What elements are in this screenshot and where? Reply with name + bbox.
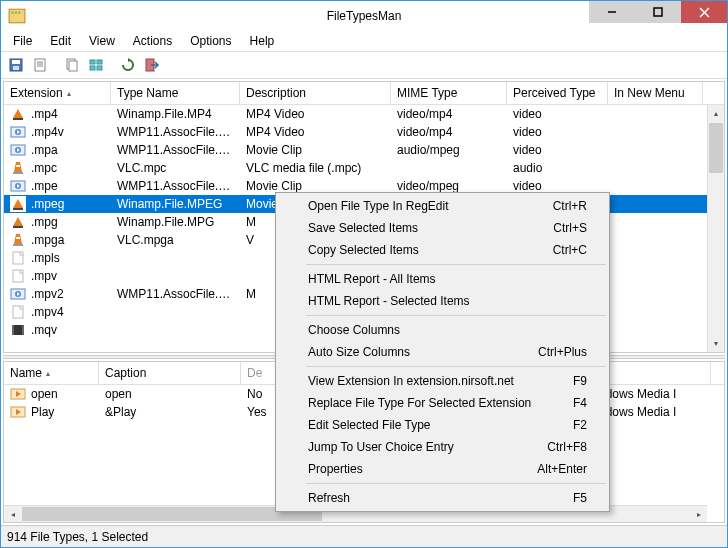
type-name-cell bbox=[111, 311, 240, 313]
properties-icon[interactable] bbox=[29, 54, 51, 76]
svg-rect-28 bbox=[16, 165, 20, 167]
menu-item-label: Refresh bbox=[308, 491, 573, 505]
context-menu-item[interactable]: View Extension In extension.nirsoft.netF… bbox=[278, 370, 607, 392]
context-menu-item[interactable]: Open File Type In RegEditCtrl+R bbox=[278, 195, 607, 217]
menu-item-shortcut: F9 bbox=[573, 374, 587, 388]
extension-cell: .mpv bbox=[31, 269, 57, 283]
context-menu-item[interactable]: RefreshF5 bbox=[278, 487, 607, 509]
context-menu-item[interactable]: Replace File Type For Selected Extension… bbox=[278, 392, 607, 414]
table-row[interactable]: .mpcVLC.mpcVLC media file (.mpc)audio bbox=[4, 159, 724, 177]
vertical-scrollbar[interactable]: ▴▾ bbox=[707, 105, 724, 352]
action-name-cell: open bbox=[31, 387, 58, 401]
context-menu-item[interactable]: Jump To User Choice EntryCtrl+F8 bbox=[278, 436, 607, 458]
context-menu-item[interactable]: HTML Report - All Items bbox=[278, 268, 607, 290]
perceived-type-cell: video bbox=[507, 106, 608, 122]
context-menu-item[interactable]: Edit Selected File TypeF2 bbox=[278, 414, 607, 436]
menu-item-label: HTML Report - All Items bbox=[308, 272, 587, 286]
file-type-icon bbox=[10, 142, 26, 158]
menu-actions[interactable]: Actions bbox=[125, 32, 180, 50]
description-cell: MP4 Video bbox=[240, 124, 391, 140]
type-name-cell: VLC.mpc bbox=[111, 160, 240, 176]
file-type-icon bbox=[10, 178, 26, 194]
file-type-icon bbox=[10, 214, 26, 230]
context-menu-item[interactable]: PropertiesAlt+Enter bbox=[278, 458, 607, 480]
header-mime-type[interactable]: MIME Type bbox=[391, 82, 507, 104]
header-type-name[interactable]: Type Name bbox=[111, 82, 240, 104]
window-title: FileTypesMan bbox=[327, 9, 402, 23]
extension-cell: .mpa bbox=[31, 143, 58, 157]
titlebar[interactable]: FileTypesMan bbox=[1, 1, 727, 31]
header-name[interactable]: Name▴ bbox=[4, 362, 99, 384]
context-menu-item[interactable]: Auto Size ColumnsCtrl+Plus bbox=[278, 341, 607, 363]
in-new-menu-cell bbox=[608, 203, 703, 205]
context-menu-item[interactable]: Copy Selected ItemsCtrl+C bbox=[278, 239, 607, 261]
in-new-menu-cell bbox=[608, 239, 703, 241]
file-type-icon bbox=[10, 160, 26, 176]
svg-rect-18 bbox=[97, 60, 102, 64]
context-menu-item[interactable]: HTML Report - Selected Items bbox=[278, 290, 607, 312]
header-extension[interactable]: Extension▴ bbox=[4, 82, 111, 104]
header-description[interactable]: Description bbox=[240, 82, 391, 104]
scrollbar-thumb[interactable] bbox=[709, 123, 723, 173]
menu-file[interactable]: File bbox=[5, 32, 40, 50]
column-headers: Extension▴ Type Name Description MIME Ty… bbox=[4, 82, 724, 105]
mime-type-cell bbox=[391, 167, 507, 169]
svg-rect-45 bbox=[22, 325, 24, 335]
svg-rect-44 bbox=[12, 325, 14, 335]
maximize-button[interactable] bbox=[635, 1, 681, 23]
in-new-menu-cell bbox=[608, 293, 703, 295]
svg-rect-35 bbox=[13, 226, 23, 228]
refresh-icon[interactable] bbox=[117, 54, 139, 76]
svg-rect-2 bbox=[15, 12, 17, 14]
menu-item-shortcut: Alt+Enter bbox=[537, 462, 587, 476]
menu-item-shortcut: F4 bbox=[573, 396, 587, 410]
menu-item-label: Choose Columns bbox=[308, 323, 587, 337]
close-button[interactable] bbox=[681, 1, 727, 23]
app-icon bbox=[8, 7, 26, 25]
perceived-type-cell: video bbox=[507, 142, 608, 158]
window-controls bbox=[589, 1, 727, 23]
extension-cell: .mp4v bbox=[31, 125, 64, 139]
context-menu: Open File Type In RegEditCtrl+RSave Sele… bbox=[275, 192, 610, 512]
table-row[interactable]: .mp4vWMP11.AssocFile.M...MP4 Videovideo/… bbox=[4, 123, 724, 141]
menu-options[interactable]: Options bbox=[182, 32, 239, 50]
extension-cell: .mpv4 bbox=[31, 305, 64, 319]
scroll-up-icon[interactable]: ▴ bbox=[708, 105, 724, 122]
context-menu-item[interactable]: Save Selected ItemsCtrl+S bbox=[278, 217, 607, 239]
menu-item-shortcut: Ctrl+Plus bbox=[538, 345, 587, 359]
menu-edit[interactable]: Edit bbox=[42, 32, 79, 50]
toolbar bbox=[1, 51, 727, 79]
svg-rect-16 bbox=[69, 61, 77, 71]
type-name-cell: WMP11.AssocFile.M... bbox=[111, 142, 240, 158]
menu-item-label: Jump To User Choice Entry bbox=[308, 440, 547, 454]
status-text: 914 File Types, 1 Selected bbox=[7, 530, 148, 544]
menu-view[interactable]: View bbox=[81, 32, 123, 50]
type-name-cell bbox=[111, 329, 240, 331]
menu-help[interactable]: Help bbox=[242, 32, 283, 50]
minimize-button[interactable] bbox=[589, 1, 635, 23]
in-new-menu-cell bbox=[608, 275, 703, 277]
extension-cell: .mpls bbox=[31, 251, 60, 265]
header-in-new-menu[interactable]: In New Menu bbox=[608, 82, 703, 104]
table-row[interactable]: .mp4Winamp.File.MP4MP4 Videovideo/mp4vid… bbox=[4, 105, 724, 123]
svg-rect-9 bbox=[12, 60, 20, 64]
menu-item-label: View Extension In extension.nirsoft.net bbox=[308, 374, 573, 388]
header-perceived-type[interactable]: Perceived Type bbox=[507, 82, 608, 104]
scroll-down-icon[interactable]: ▾ bbox=[708, 335, 724, 352]
save-icon[interactable] bbox=[5, 54, 27, 76]
svg-rect-36 bbox=[16, 237, 20, 239]
scroll-right-icon[interactable]: ▸ bbox=[690, 506, 707, 522]
items-icon[interactable] bbox=[85, 54, 107, 76]
table-row[interactable]: .mpaWMP11.AssocFile.M...Movie Clipaudio/… bbox=[4, 141, 724, 159]
type-name-cell: WMP11.AssocFile.M... bbox=[111, 124, 240, 140]
action-caption-cell: &Play bbox=[99, 404, 241, 420]
menu-item-label: Auto Size Columns bbox=[308, 345, 538, 359]
header-caption[interactable]: Caption bbox=[99, 362, 241, 384]
scroll-left-icon[interactable]: ◂ bbox=[4, 506, 21, 522]
mime-type-cell: video/mp4 bbox=[391, 106, 507, 122]
context-menu-item[interactable]: Choose Columns bbox=[278, 319, 607, 341]
copy-icon[interactable] bbox=[61, 54, 83, 76]
in-new-menu-cell bbox=[608, 149, 703, 151]
exit-icon[interactable] bbox=[141, 54, 163, 76]
svg-rect-0 bbox=[9, 9, 25, 23]
